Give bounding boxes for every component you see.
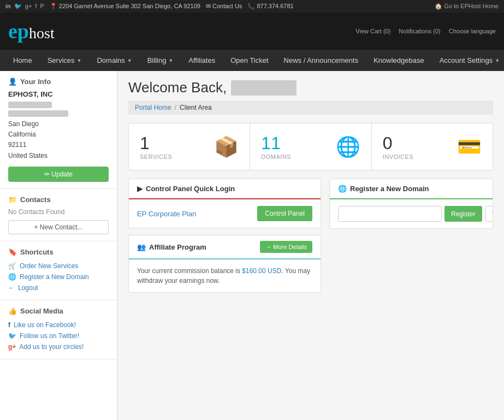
- invoices-label: INVOICES: [383, 153, 414, 160]
- welcome-title: Welcome Back,: [128, 79, 493, 96]
- domains-stat-icon: 🌐: [336, 135, 360, 158]
- control-panel-header: ▶ Control Panel Quick Login: [129, 179, 321, 199]
- contact-link[interactable]: ✉ Contact Us: [206, 3, 242, 10]
- register-domain-button[interactable]: Register: [444, 206, 482, 222]
- card-left: ▶ Control Panel Quick Login EP Corporate…: [128, 179, 321, 293]
- your-info-title: 👤 Your Info: [8, 78, 109, 86]
- nav-affiliates[interactable]: Affiliates: [181, 50, 223, 71]
- twitter-social-icon: 🐦: [8, 332, 16, 340]
- nav-open-ticket[interactable]: Open Ticket: [223, 50, 276, 71]
- control-panel-icon: ▶: [137, 185, 143, 193]
- domain-icon: 🌐: [8, 273, 16, 281]
- googleplus-social-icon: g+: [8, 343, 16, 351]
- googleplus-link[interactable]: g+ Add us to your circles!: [8, 341, 109, 352]
- sidebar-shortcuts: 🔖 Shortcuts 🛒 Order New Services 🌐 Regis…: [0, 241, 117, 300]
- shortcut-register-domain[interactable]: 🌐 Register a New Domain: [8, 271, 109, 282]
- city-state: San Diego California 92111 United States: [8, 119, 109, 161]
- address-text: 📍 2204 Garnet Avenue Suite 302 San Diego…: [50, 3, 200, 10]
- logo-ep: ep: [8, 19, 29, 43]
- main-content: Welcome Back, Portal Home / Client Area …: [117, 71, 504, 420]
- new-contact-button[interactable]: + New Contact...: [8, 220, 109, 234]
- breadcrumb-portal-home[interactable]: Portal Home: [135, 104, 171, 111]
- twitter-top-icon[interactable]: 🐦: [14, 3, 22, 10]
- breadcrumb-separator: /: [175, 104, 176, 111]
- phone-text: 📞 877.374.6781: [247, 3, 293, 10]
- user-icon: 👤: [8, 78, 17, 86]
- stat-domains: 11 DOMAINS 🌐: [250, 123, 371, 170]
- content-wrapper: 👤 Your Info EPHOST, INC San Diego Califo…: [0, 71, 504, 420]
- header-links: View Cart (0) Notifications (0) Choose l…: [355, 28, 496, 34]
- plan-name: EP Corporate Plan: [137, 210, 196, 218]
- nav-news[interactable]: News / Announcements: [276, 50, 366, 71]
- domain-panel-header: 🌐 Register a New Domain: [330, 179, 493, 199]
- sidebar-contacts: 📁 Contacts No Contacts Found + New Conta…: [0, 189, 117, 241]
- nav-home[interactable]: Home: [5, 50, 40, 71]
- domain-register-panel: 🌐 Register a New Domain Register Transfe…: [329, 179, 493, 293]
- domains-count: 11: [261, 133, 291, 153]
- welcome-name-blurred: [231, 80, 297, 96]
- view-cart-link[interactable]: View Cart (0): [355, 28, 390, 34]
- go-to-ephost-link[interactable]: 🏠 Go to EPHost Home: [435, 3, 499, 10]
- sidebar: 👤 Your Info EPHOST, INC San Diego Califo…: [0, 71, 117, 420]
- domain-search-input[interactable]: [338, 206, 442, 222]
- header: ep host View Cart (0) Notifications (0) …: [0, 13, 504, 50]
- logo[interactable]: ep host: [8, 19, 55, 43]
- blurred-info-1: [8, 102, 52, 108]
- services-dropdown-arrow: ▼: [77, 58, 82, 63]
- nav-domains[interactable]: Domains ▼: [89, 50, 139, 71]
- no-contacts-text: No Contacts Found: [8, 208, 109, 216]
- contacts-icon: 📁: [8, 196, 17, 204]
- linkedin-icon[interactable]: in: [5, 3, 11, 10]
- social-title: 👍 Social Media: [8, 307, 109, 315]
- shortcut-order-services[interactable]: 🛒 Order New Services: [8, 261, 109, 271]
- pinterest-icon[interactable]: P: [40, 3, 44, 10]
- choose-language-link[interactable]: Choose language: [449, 28, 496, 34]
- domain-panel: 🌐 Register a New Domain Register Transfe…: [329, 179, 493, 229]
- googleplus-icon[interactable]: g+: [25, 3, 32, 10]
- commission-amount[interactable]: $160.00 USD: [242, 267, 281, 275]
- affiliate-header: 👥 Affiliate Program → More Details: [129, 235, 321, 259]
- top-bar-left: in 🐦 g+ f P 📍 2204 Garnet Avenue Suite 3…: [5, 3, 294, 10]
- shortcut-logout[interactable]: ← Logout: [8, 282, 109, 293]
- invoices-count: 0: [383, 133, 414, 153]
- twitter-link[interactable]: 🐦 Follow us on Twitter!: [8, 330, 109, 341]
- notifications-link[interactable]: Notifications (0): [399, 28, 440, 34]
- nav-services[interactable]: Services ▼: [40, 50, 90, 71]
- update-button[interactable]: ✏ Update: [8, 167, 109, 182]
- services-stat-icon: 📦: [214, 135, 239, 158]
- billing-dropdown-arrow: ▼: [168, 58, 173, 63]
- affiliate-panel: 👥 Affiliate Program → More Details Your …: [128, 235, 321, 293]
- facebook-top-icon[interactable]: f: [35, 3, 37, 10]
- shortcuts-title: 🔖 Shortcuts: [8, 248, 109, 256]
- nav-billing[interactable]: Billing ▼: [140, 50, 181, 71]
- stat-services: 1 SERVICES 📦: [129, 123, 250, 170]
- services-count: 1: [140, 133, 172, 153]
- transfer-domain-button[interactable]: Transfer: [485, 206, 493, 222]
- control-panel-panel: ▶ Control Panel Quick Login EP Corporate…: [128, 179, 321, 228]
- social-icons-bar: in 🐦 g+ f P: [5, 3, 44, 10]
- shortcuts-icon: 🔖: [8, 248, 17, 256]
- top-bar: in 🐦 g+ f P 📍 2204 Garnet Avenue Suite 3…: [0, 0, 504, 13]
- breadcrumb: Portal Home / Client Area: [128, 100, 493, 115]
- contacts-title: 📁 Contacts: [8, 196, 109, 204]
- domains-label: DOMAINS: [261, 153, 291, 160]
- main-nav: Home Services ▼ Domains ▼ Billing ▼ Affi…: [0, 50, 504, 71]
- control-panel-button[interactable]: Control Panel: [257, 206, 312, 221]
- more-details-button[interactable]: → More Details: [260, 241, 312, 253]
- stats-row: 1 SERVICES 📦 11 DOMAINS 🌐 0 INVOICES 💳: [128, 123, 493, 170]
- domain-panel-icon: 🌐: [338, 185, 347, 193]
- account-dropdown-arrow: ▼: [495, 58, 500, 63]
- affiliate-title: 👥 Affiliate Program: [137, 243, 206, 251]
- sidebar-your-info: 👤 Your Info EPHOST, INC San Diego Califo…: [0, 71, 117, 189]
- breadcrumb-current: Client Area: [180, 104, 212, 111]
- facebook-link[interactable]: f Like us on Facebook!: [8, 320, 109, 330]
- blurred-info-2: [8, 110, 68, 117]
- sidebar-social: 👍 Social Media f Like us on Facebook! 🐦 …: [0, 300, 117, 359]
- control-panel-body: EP Corporate Plan Control Panel: [129, 199, 321, 228]
- nav-account-settings[interactable]: Account Settings ▼: [432, 50, 504, 71]
- cards-row: ▶ Control Panel Quick Login EP Corporate…: [128, 179, 493, 293]
- nav-knowledgebase[interactable]: Knowledgebase: [366, 50, 432, 71]
- company-name: EPHOST, INC: [8, 90, 109, 98]
- control-panel-row: EP Corporate Plan Control Panel: [137, 206, 312, 221]
- order-icon: 🛒: [8, 262, 16, 270]
